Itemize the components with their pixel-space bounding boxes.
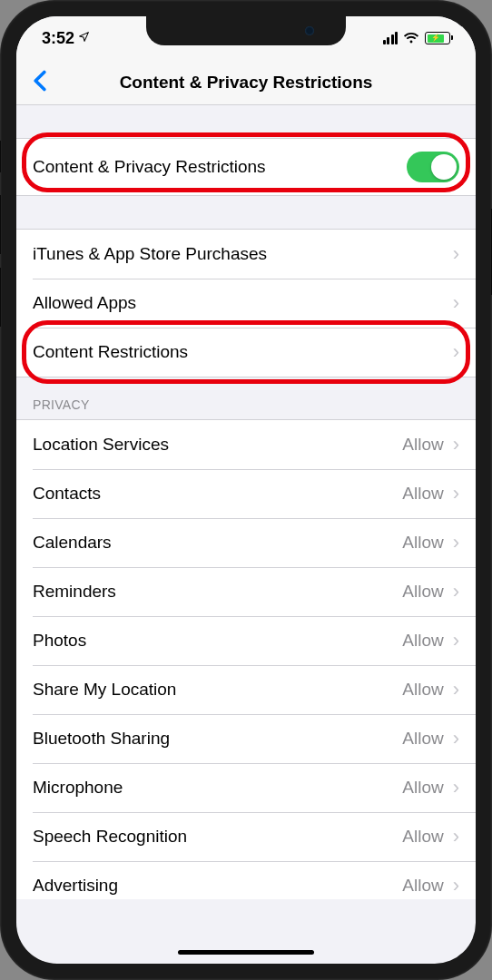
status-time: 3:52 [42, 29, 74, 48]
notch [146, 16, 346, 45]
chevron-right-icon: › [453, 433, 459, 456]
status-icons: ⚡ [383, 32, 451, 44]
speech-recognition-row[interactable]: Speech Recognition Allow› [16, 812, 476, 861]
allowed-apps-row[interactable]: Allowed Apps › [16, 279, 476, 328]
microphone-row[interactable]: Microphone Allow› [16, 763, 476, 812]
cell-value: Allow [402, 876, 443, 896]
back-button[interactable] [27, 69, 53, 96]
chevron-right-icon: › [453, 629, 459, 652]
cell-label: Location Services [33, 435, 169, 455]
chevron-right-icon: › [453, 874, 459, 897]
front-camera [305, 26, 314, 35]
switch-knob [431, 154, 457, 180]
status-time-group: 3:52 [42, 29, 90, 48]
cell-label: Contacts [33, 484, 101, 504]
cellular-signal-icon [383, 32, 399, 44]
chevron-right-icon: › [453, 531, 459, 554]
home-indicator[interactable] [178, 950, 314, 955]
advertising-row[interactable]: Advertising Allow› [16, 861, 476, 899]
screen: 3:52 ⚡ Content & Privacy Restrictions [16, 16, 476, 964]
navigation-bar: Content & Privacy Restrictions [16, 60, 476, 105]
toggle-label: Content & Privacy Restrictions [33, 157, 266, 177]
content-restrictions-row[interactable]: Content Restrictions › [16, 328, 476, 377]
cell-value: Allow [402, 729, 443, 749]
page-title: Content & Privacy Restrictions [16, 73, 476, 93]
chevron-right-icon: › [453, 291, 459, 315]
cell-value: Allow [402, 827, 443, 847]
reminders-row[interactable]: Reminders Allow› [16, 567, 476, 616]
calendars-row[interactable]: Calendars Allow› [16, 518, 476, 567]
cell-label: Microphone [33, 778, 123, 798]
cell-label: Advertising [33, 876, 118, 896]
photos-row[interactable]: Photos Allow› [16, 616, 476, 665]
charging-bolt-icon: ⚡ [431, 34, 440, 42]
cell-label: Reminders [33, 582, 116, 602]
bluetooth-sharing-row[interactable]: Bluetooth Sharing Allow› [16, 714, 476, 763]
content-privacy-switch[interactable] [407, 152, 459, 182]
chevron-right-icon: › [453, 825, 459, 848]
privacy-section-header: PRIVACY [16, 377, 476, 419]
cell-value: Allow [402, 582, 443, 602]
cell-label: Photos [33, 631, 86, 651]
cell-value: Allow [402, 778, 443, 798]
cell-label: Share My Location [33, 680, 176, 700]
location-services-row[interactable]: Location Services Allow› [16, 420, 476, 469]
battery-icon: ⚡ [425, 32, 450, 44]
chevron-right-icon: › [453, 340, 459, 364]
cell-label: Allowed Apps [33, 293, 136, 313]
toggle-group: Content & Privacy Restrictions [16, 138, 476, 196]
cell-value: Allow [402, 435, 443, 455]
volume-down-button [0, 268, 1, 327]
share-my-location-row[interactable]: Share My Location Allow› [16, 665, 476, 714]
chevron-right-icon: › [453, 242, 459, 266]
location-arrow-icon [78, 31, 90, 45]
cell-value: Allow [402, 533, 443, 553]
cell-value: Allow [402, 484, 443, 504]
chevron-right-icon: › [453, 727, 459, 750]
phone-frame: 3:52 ⚡ Content & Privacy Restrictions [0, 0, 492, 980]
cell-label: iTunes & App Store Purchases [33, 244, 267, 264]
cell-label: Bluetooth Sharing [33, 729, 170, 749]
main-group: iTunes & App Store Purchases › Allowed A… [16, 229, 476, 377]
cell-label: Calendars [33, 533, 112, 553]
cell-label: Content Restrictions [33, 342, 188, 362]
contacts-row[interactable]: Contacts Allow› [16, 469, 476, 518]
mute-switch [0, 141, 1, 172]
content-privacy-toggle-row[interactable]: Content & Privacy Restrictions [16, 139, 476, 195]
chevron-right-icon: › [453, 580, 459, 603]
itunes-purchases-row[interactable]: iTunes & App Store Purchases › [16, 230, 476, 279]
spacer [16, 196, 476, 229]
chevron-right-icon: › [453, 776, 459, 799]
volume-up-button [0, 195, 1, 254]
spacer [16, 105, 476, 138]
cell-value: Allow [402, 631, 443, 651]
wifi-icon [403, 32, 419, 44]
scroll-content[interactable]: Content & Privacy Restrictions iTunes & … [16, 105, 476, 964]
cell-value: Allow [402, 680, 443, 700]
privacy-group: Location Services Allow› Contacts Allow›… [16, 419, 476, 899]
chevron-right-icon: › [453, 678, 459, 701]
highlight-toggle-row: Content & Privacy Restrictions [16, 138, 476, 196]
cell-label: Speech Recognition [33, 827, 187, 847]
chevron-right-icon: › [453, 482, 459, 505]
